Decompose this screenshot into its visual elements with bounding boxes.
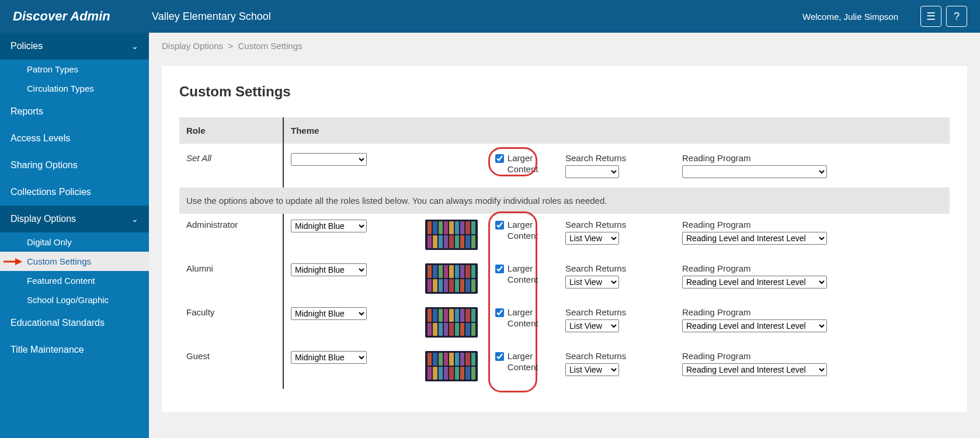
logo: Discover Admin bbox=[13, 9, 152, 24]
larger-content-checkbox[interactable] bbox=[495, 221, 504, 230]
menu-button[interactable]: ☰ bbox=[920, 6, 941, 27]
larger-content-label: Larger Content bbox=[508, 351, 565, 373]
nav-label: Policies bbox=[11, 41, 43, 51]
search-returns-label: Search Returns bbox=[565, 307, 682, 317]
reading-program-label: Reading Program bbox=[682, 351, 943, 361]
welcome-user: Welcome, Julie Simpson bbox=[802, 12, 898, 22]
theme-thumbnail bbox=[425, 351, 478, 381]
nav-access-levels[interactable]: Access Levels bbox=[0, 125, 149, 152]
nav-policies[interactable]: Policies ⌄ bbox=[0, 33, 149, 60]
chevron-down-icon: ⌄ bbox=[131, 214, 138, 224]
settings-card: Custom Settings Role Theme Set All bbox=[162, 66, 967, 412]
larger-content-label: Larger Content bbox=[508, 220, 565, 242]
theme-select[interactable]: Midnight Blue bbox=[291, 263, 367, 276]
reading-program-select[interactable]: Reading Level and Interest Level bbox=[682, 276, 827, 288]
role-row: FacultyMidnight BlueLarger ContentSearch… bbox=[179, 301, 950, 345]
reading-program-label: Reading Program bbox=[682, 153, 943, 163]
role-row: AlumniMidnight BlueLarger ContentSearch … bbox=[179, 258, 950, 301]
set-all-search-returns-select[interactable] bbox=[565, 165, 619, 178]
search-returns-select[interactable]: List View bbox=[565, 232, 619, 245]
nav-reports[interactable]: Reports bbox=[0, 98, 149, 125]
search-returns-label: Search Returns bbox=[565, 220, 682, 230]
help-button[interactable]: ? bbox=[946, 6, 967, 27]
set-all-larger-content-checkbox[interactable] bbox=[495, 154, 504, 163]
larger-content-checkbox[interactable] bbox=[495, 308, 504, 317]
reading-program-label: Reading Program bbox=[682, 307, 943, 317]
search-returns-select[interactable]: List View bbox=[565, 319, 619, 332]
search-returns-select[interactable]: List View bbox=[565, 276, 619, 288]
nav-label: Custom Settings bbox=[27, 256, 91, 266]
reading-program-label: Reading Program bbox=[682, 263, 943, 273]
nav-title-maintenance[interactable]: Title Maintenance bbox=[0, 336, 149, 363]
breadcrumb: Display Options > Custom Settings bbox=[149, 33, 980, 59]
app-header: Discover Admin Valley Elementary School … bbox=[0, 0, 980, 33]
col-header-role: Role bbox=[179, 117, 283, 144]
nav-featured-content[interactable]: Featured Content bbox=[0, 271, 149, 290]
reading-program-select[interactable]: Reading Level and Interest Level bbox=[682, 232, 827, 245]
nav-display-options[interactable]: Display Options ⌄ bbox=[0, 206, 149, 232]
breadcrumb-display-options[interactable]: Display Options bbox=[162, 41, 223, 51]
school-name: Valley Elementary School bbox=[152, 11, 802, 23]
set-all-label: Set All bbox=[179, 144, 283, 187]
larger-content-label: Larger Content bbox=[508, 153, 565, 175]
nav-sharing-options[interactable]: Sharing Options bbox=[0, 152, 149, 179]
hamburger-icon: ☰ bbox=[926, 10, 936, 23]
col-header-theme: Theme bbox=[283, 117, 950, 144]
search-returns-label: Search Returns bbox=[565, 153, 682, 163]
nav-circulation-types[interactable]: Circulation Types bbox=[0, 79, 149, 98]
set-all-theme-select[interactable] bbox=[291, 153, 367, 166]
search-returns-select[interactable]: List View bbox=[565, 363, 619, 376]
roles-table: Role Theme Set All bbox=[179, 117, 950, 389]
sidebar-nav: Policies ⌄ Patron Types Circulation Type… bbox=[0, 33, 149, 438]
theme-thumbnail bbox=[425, 263, 478, 294]
nav-digital-only[interactable]: Digital Only bbox=[0, 232, 149, 252]
nav-label: Display Options bbox=[11, 214, 76, 224]
role-row: AdministratorMidnight BlueLarger Content… bbox=[179, 214, 950, 258]
theme-select[interactable]: Midnight Blue bbox=[291, 307, 367, 320]
search-returns-label: Search Returns bbox=[565, 263, 682, 273]
search-returns-label: Search Returns bbox=[565, 351, 682, 361]
theme-thumbnail bbox=[425, 220, 478, 250]
question-icon: ? bbox=[954, 11, 960, 23]
role-row: GuestMidnight BlueLarger ContentSearch R… bbox=[179, 345, 950, 389]
nav-educational-standards[interactable]: Educational Standards bbox=[0, 310, 149, 336]
role-name: Administrator bbox=[179, 214, 283, 258]
red-arrow-icon bbox=[4, 258, 22, 266]
breadcrumb-custom-settings: Custom Settings bbox=[238, 41, 303, 51]
set-all-reading-program-select[interactable] bbox=[682, 165, 827, 178]
main-content: Display Options > Custom Settings Custom… bbox=[149, 33, 980, 438]
nav-patron-types[interactable]: Patron Types bbox=[0, 60, 149, 79]
helper-text: Use the options above to update all the … bbox=[179, 187, 950, 214]
chevron-down-icon: ⌄ bbox=[131, 41, 138, 51]
role-name: Faculty bbox=[179, 301, 283, 345]
page-title: Custom Settings bbox=[179, 84, 950, 100]
reading-program-label: Reading Program bbox=[682, 220, 943, 230]
theme-select[interactable]: Midnight Blue bbox=[291, 351, 367, 364]
theme-thumbnail bbox=[425, 307, 478, 338]
larger-content-label: Larger Content bbox=[508, 263, 565, 286]
reading-program-select[interactable]: Reading Level and Interest Level bbox=[682, 363, 827, 376]
svg-marker-1 bbox=[15, 258, 22, 265]
reading-program-select[interactable]: Reading Level and Interest Level bbox=[682, 319, 827, 332]
larger-content-checkbox[interactable] bbox=[495, 265, 504, 273]
larger-content-label: Larger Content bbox=[508, 307, 565, 329]
set-all-row: Set All Larger Content bbox=[179, 144, 950, 187]
nav-school-logo[interactable]: School Logo/Graphic bbox=[0, 290, 149, 310]
larger-content-checkbox[interactable] bbox=[495, 352, 504, 361]
theme-select[interactable]: Midnight Blue bbox=[291, 220, 367, 232]
nav-custom-settings[interactable]: Custom Settings bbox=[0, 252, 149, 271]
nav-collections-policies[interactable]: Collections Policies bbox=[0, 179, 149, 206]
helper-row: Use the options above to update all the … bbox=[179, 187, 950, 214]
role-name: Guest bbox=[179, 345, 283, 389]
role-name: Alumni bbox=[179, 258, 283, 301]
